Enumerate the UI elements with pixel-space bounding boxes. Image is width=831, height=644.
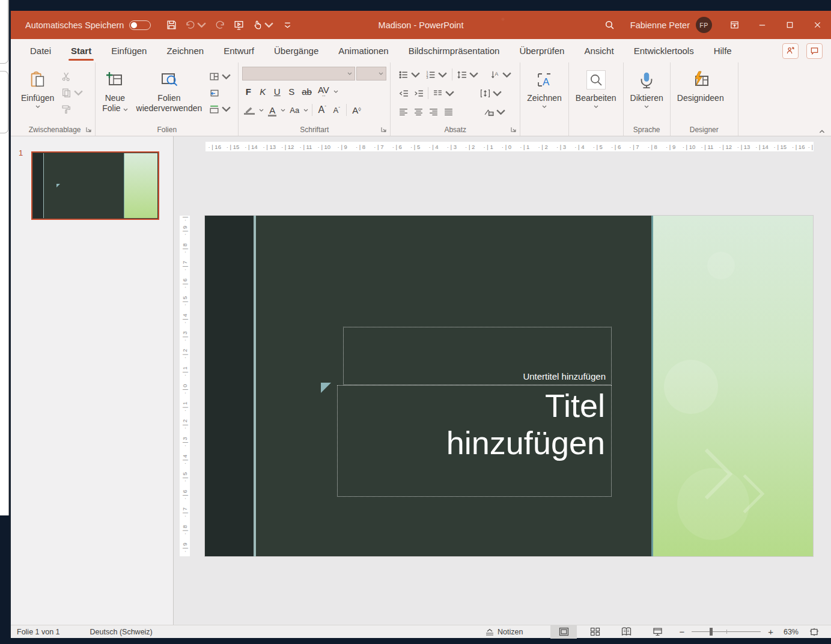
tab-entwurf[interactable]: Entwurf [222,41,255,61]
section-button[interactable] [207,103,233,115]
copy-button[interactable] [59,87,85,99]
highlight-color-button[interactable] [242,106,257,114]
tab-bildschirmpr-sentation[interactable]: Bildschirmpräsentation [407,41,501,61]
undo-icon[interactable] [182,17,210,32]
save-icon[interactable] [163,17,180,32]
drawing-button[interactable]: Zeichnen [523,65,566,123]
line-spacing-button[interactable] [455,68,481,81]
group-drawing: Zeichnen [520,62,568,136]
minimize-button[interactable] [748,11,776,39]
group-editing: Bearbeiten [568,62,623,136]
normal-view-button[interactable] [550,625,577,639]
clipboard-dialog-launcher[interactable] [85,126,93,133]
tab-entwicklertools[interactable]: Entwicklertools [633,41,695,61]
close-button[interactable] [803,11,831,39]
autosave-toggle[interactable] [129,20,151,30]
subtitle-placeholder-text[interactable]: Untertitel hinzufügen [523,371,606,381]
columns-button[interactable] [431,87,457,100]
fit-slide-to-window-button[interactable] [803,628,825,636]
tab-start[interactable]: Start [70,41,93,61]
tab-animationen[interactable]: Animationen [337,41,389,61]
slide-editing-area[interactable]: Untertitel hinzufügen Titel hinzufügen [205,216,813,556]
smartart-convert-button[interactable] [482,106,508,118]
underline-button[interactable]: U [271,86,283,97]
vertical-ruler[interactable]: · | 9· | 8· | 7· | 6· | 5· | 4· | 3· | 2… [180,216,190,556]
tab--berg-nge[interactable]: Übergänge [273,41,320,61]
tab-einf-gen[interactable]: Einfügen [110,41,148,61]
numbering-button[interactable] [424,68,449,81]
language-indicator[interactable]: Deutsch (Schweiz) [84,628,159,636]
ribbon-display-options-icon[interactable] [720,11,748,39]
zoom-slider[interactable] [692,631,761,632]
strikethrough-button[interactable]: ab [300,86,314,97]
title-placeholder[interactable]: Titel hinzufügen [337,385,612,497]
share-button[interactable] [782,43,799,59]
font-name-combo[interactable] [242,67,355,80]
align-left-button[interactable] [397,106,410,118]
change-case-button[interactable]: Aa [288,105,301,115]
decrease-indent-button[interactable] [397,87,410,100]
maximize-button[interactable] [776,11,803,39]
increase-indent-button[interactable] [412,87,425,100]
font-dialog-launcher[interactable] [380,126,388,133]
zoom-slider-handle[interactable] [710,628,713,636]
paste-button[interactable]: Einfügen [17,65,58,123]
avatar[interactable]: FP [696,17,712,33]
format-painter-button[interactable] [59,103,85,115]
new-slide-button[interactable]: NeueFolie [98,65,132,123]
autosave-toggle-group[interactable]: Automatisches Speichern [25,20,151,30]
notes-button[interactable]: Notizen [472,628,536,636]
customize-qat-icon[interactable] [279,17,296,32]
start-slideshow-icon[interactable] [231,17,247,32]
tab--berpr-fen[interactable]: Überprüfen [518,41,565,61]
shrink-font-button[interactable]: Aˇ [330,105,342,115]
clear-formatting-button[interactable]: A◊ [350,105,362,116]
design-ideas-button[interactable]: Designideen [673,65,728,123]
font-color-button[interactable]: A [266,105,278,116]
horizontal-ruler[interactable]: · | 16· | 15· | 14· | 13· | 12· | 11· | … [205,142,814,151]
subtitle-placeholder[interactable]: Untertitel hinzufügen [343,327,612,385]
grow-font-button[interactable]: Aˆ [316,104,328,116]
find-icon [587,69,605,91]
dictate-button[interactable]: Diktieren [626,65,668,123]
tab-hilfe[interactable]: Hilfe [713,41,733,61]
slide-thumbnail-1[interactable] [31,151,159,220]
layout-button[interactable] [207,70,233,83]
title-bar: Automatisches Speichern Madison - PowerP… [11,11,831,39]
text-direction-button[interactable] [488,68,514,81]
tab-ansicht[interactable]: Ansicht [583,41,615,61]
tab-zeichnen[interactable]: Zeichnen [165,41,205,61]
collapse-ribbon-icon[interactable] [819,130,825,133]
align-center-button[interactable] [412,106,425,118]
reuse-slides-button[interactable]: Folienwiederverwenden [132,65,207,123]
touch-mode-icon[interactable] [249,17,277,32]
bullets-button[interactable] [397,68,422,81]
align-right-button[interactable] [427,106,440,118]
align-text-button[interactable] [478,87,504,100]
cut-button[interactable] [59,70,85,83]
background-window-edge [0,0,9,515]
text-shadow-button[interactable]: S [285,86,297,97]
bold-button[interactable]: F [242,86,254,97]
redo-icon[interactable] [212,17,228,32]
character-spacing-button[interactable]: AV↔ [316,84,331,99]
zoom-level[interactable]: 63% [781,628,799,636]
slideshow-view-button[interactable] [644,625,671,639]
title-placeholder-text[interactable]: Titel hinzufügen [407,387,605,461]
editing-canvas: · | 16· | 15· | 14· | 13· | 12· | 11· | … [174,136,831,625]
reading-view-button[interactable] [613,625,639,639]
account-area[interactable]: Fabienne Peter FP [630,17,720,33]
zoom-out-button[interactable]: − [677,627,687,637]
slide-sorter-view-button[interactable] [582,625,608,639]
comments-button[interactable] [806,43,823,59]
reset-button[interactable] [207,87,233,99]
slide-indicator[interactable]: Folie 1 von 1 [11,628,66,636]
paragraph-dialog-launcher[interactable] [510,126,517,133]
editing-button[interactable]: Bearbeiten [571,65,621,123]
font-size-combo[interactable] [356,67,386,80]
search-icon[interactable] [589,11,630,39]
zoom-in-button[interactable]: + [766,627,776,637]
italic-button[interactable]: K [257,86,269,97]
justify-button[interactable] [442,106,455,118]
tab-datei[interactable]: Datei [29,41,52,61]
